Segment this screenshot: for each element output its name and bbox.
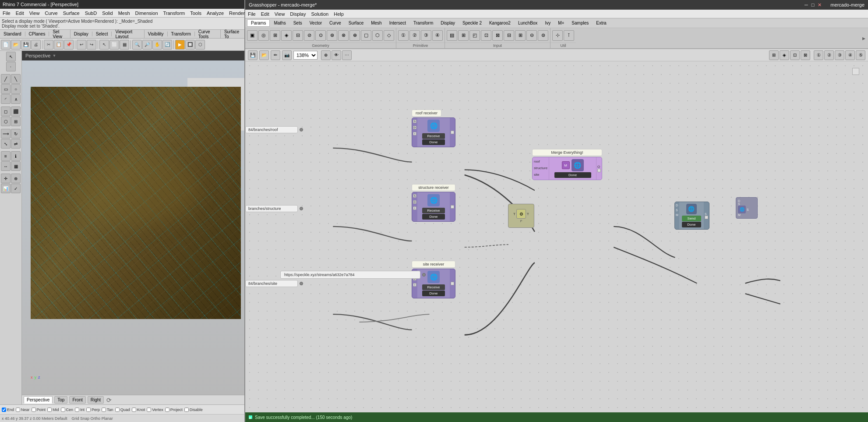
rhino-menu-render[interactable]: Render [226,11,247,16]
gh-icon-g3[interactable]: ⊞ [270,30,280,41]
lp-dim[interactable]: ↔ [1,161,11,171]
gh-canvas-right3[interactable]: ⊡ [790,50,800,60]
lp-circle[interactable]: ○ [11,84,21,94]
snap-project-cb[interactable] [165,408,169,412]
gh-icon-i9[interactable]: ⊜ [538,30,548,41]
tb-select[interactable]: ↖ [99,40,109,50]
tb-window-select[interactable]: ⬜ [109,40,119,50]
gh-icon-g9[interactable]: ⊗ [338,30,349,41]
gh-canvas-btn-sketch[interactable]: ✏ [271,50,280,60]
struct-path-input[interactable]: branches/structure [245,205,298,212]
dsm-body[interactable]: D S 🌐 S M [736,197,758,219]
roof-right-port[interactable] [451,131,454,134]
rhino-menu-curve[interactable]: Curve [42,11,60,16]
snap-knot[interactable]: Knot [132,408,145,412]
rhino-tab-curvetools[interactable]: Curve Tools [195,29,221,39]
gh-icon-p1[interactable]: ① [398,30,409,41]
gh-tab-lunchbox[interactable]: LunchBox [515,20,541,26]
gh-icon-g8[interactable]: ⊛ [327,30,337,41]
snap-vertex[interactable]: Vertex [147,408,163,412]
snap-cen[interactable]: Cen [61,408,74,412]
lp-rotate3[interactable]: ↻ [11,129,21,138]
gh-icon-i7[interactable]: ⊞ [515,30,526,41]
rhino-tab-select[interactable]: Select [92,32,112,36]
transform-relay-node[interactable]: T ⚙ T P [508,204,534,228]
gh-canvas-target-icon[interactable]: ⊕ [321,50,331,60]
gh-canvas-right4[interactable]: ⊠ [801,50,810,60]
tb-undo[interactable]: ↩ [77,40,86,50]
snap-disable-cb[interactable] [184,408,189,412]
gh-icon-g12[interactable]: ⬡ [372,30,383,41]
lp-scale[interactable]: ⤡ [1,139,11,149]
lp-snappy[interactable]: ⊕ [11,174,21,183]
url-port[interactable] [422,273,426,277]
rhino-menu-edit[interactable]: Edit [13,11,27,16]
viewport-dropdown-icon[interactable]: ▼ [52,53,56,58]
lp-select[interactable]: ↖ [6,52,16,61]
tb-render[interactable]: ▶ [175,40,185,50]
tb-cut[interactable]: ✂ [44,40,53,50]
gh-tab-sets[interactable]: Sets [290,20,306,26]
struct-port-d[interactable]: D [413,200,416,204]
tb-save[interactable]: 💾 [21,40,31,50]
snap-int[interactable]: Int [75,408,85,412]
send-node-body[interactable]: D S M 🌐 Send Done S [674,202,709,230]
lp-mirror[interactable]: ⇌ [11,139,21,149]
roof-port-s-dot[interactable]: S [413,120,416,123]
gh-canvas-right6[interactable]: ② [824,50,834,60]
roof-port-i[interactable]: I [413,132,416,135]
gh-tab-mesh[interactable]: Mesh [367,20,385,26]
lp-nurbs[interactable]: ⊞ [11,117,21,126]
merge-output-port[interactable] [597,169,601,172]
roof-port-d-dot[interactable]: D [413,126,416,129]
lp-check[interactable]: ✓ [11,184,21,193]
tb-new[interactable]: 📄 [1,40,11,50]
merge-node-body[interactable]: roof structure site M 🌐 [532,157,602,180]
tb-zoom-window[interactable]: 🔎 [142,40,152,50]
struct-port-s[interactable]: S [413,194,416,198]
snap-quad[interactable]: Quad [115,408,130,412]
gh-tab-surface[interactable]: Surface [345,20,367,26]
gh-icon-i3[interactable]: ◰ [469,30,480,41]
rhino-menu-file[interactable]: File [0,11,13,16]
vp-tab-perspective[interactable]: Perspective [24,396,53,404]
gh-tab-samples[interactable]: Samples [568,20,592,26]
gh-toolbar-expand-icon[interactable]: ▸ [860,35,868,42]
gh-canvas-right1[interactable]: ⊞ [769,50,779,60]
struct-port-i[interactable]: I [413,206,416,210]
snap-mid[interactable]: Mid [47,408,59,412]
gh-icon-p3[interactable]: ③ [421,30,431,41]
rhino-tab-visibility[interactable]: Visibility [145,32,168,36]
gh-icon-i4[interactable]: ⊡ [481,30,491,41]
tb-rotate[interactable]: 🔄 [162,40,172,50]
gh-canvas-btn-cam[interactable]: 📷 [282,50,292,60]
gh-icon-p2[interactable]: ② [409,30,420,41]
lp-hatch[interactable]: ▦ [11,161,21,171]
lp-line[interactable]: ╱ [1,74,11,84]
lp-prop[interactable]: ℹ [11,151,21,161]
gh-canvas[interactable]: 84/branches/roof branches/structure 84/b… [245,61,868,412]
gh-menu-display[interactable]: Display [287,11,308,17]
rhino-menu-analyze[interactable]: Analyze [204,11,226,16]
struct-path-port[interactable] [300,207,303,210]
rhino-menu-view[interactable]: View [27,11,42,16]
send-output-port[interactable] [705,216,708,219]
gh-icon-g5[interactable]: ⊟ [293,30,303,41]
lp-point[interactable]: · [6,62,16,71]
snap-mid-cb[interactable] [47,408,52,412]
vp-tab-right[interactable]: Right [88,396,104,404]
gh-icon-g11[interactable]: ▢ [361,30,371,41]
rhino-viewport-area[interactable]: Perspective ▼ [22,51,244,404]
gh-canvas-right2[interactable]: ◈ [780,50,789,60]
tb-paste[interactable]: 📌 [64,40,74,50]
rhino-menu-surface[interactable]: Surface [60,11,82,16]
tb-shade[interactable]: ⬡ [195,40,205,50]
tb-copy[interactable]: 📋 [54,40,64,50]
merge-done-btn[interactable]: Done [554,172,591,178]
gh-tab-display[interactable]: Display [437,20,459,26]
lp-move[interactable]: ⟶ [1,129,11,138]
lp-analyze[interactable]: 📊 [1,184,11,193]
gh-maximize-btn[interactable]: □ [812,2,815,8]
gh-icon-g7[interactable]: ⊙ [315,30,326,41]
snap-cen-cb[interactable] [61,408,65,412]
